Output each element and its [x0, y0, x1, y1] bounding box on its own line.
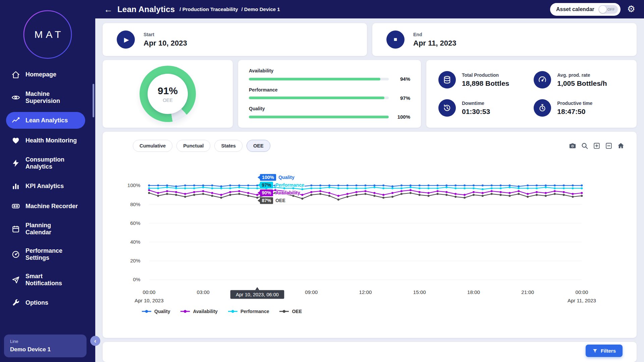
tab-cumulative[interactable]: Cumulative [133, 140, 172, 152]
sidebar-item-smart-notifications[interactable]: Smart Notifications [6, 269, 85, 291]
reset-home-icon[interactable] [617, 142, 625, 149]
series-marker [482, 184, 484, 186]
end-date: Apr 11, 2023 [413, 39, 456, 48]
series-marker [202, 193, 204, 195]
series-marker [382, 194, 384, 196]
send-icon [11, 276, 20, 284]
series-marker [527, 187, 529, 189]
hover-value: 87% [262, 198, 271, 203]
zoom-in-icon[interactable] [593, 142, 600, 149]
chart-top-bar: Cumulative Punctual States OEE [112, 140, 627, 152]
series-marker [328, 192, 330, 194]
sidebar-item-planning-calendar[interactable]: Planning Calendar [6, 218, 85, 240]
tab-states[interactable]: States [214, 140, 243, 152]
series-marker [256, 184, 258, 186]
sidebar-item-kpi-analytics[interactable]: KPI Analytics [6, 178, 85, 194]
zoom-out-icon[interactable] [605, 142, 612, 149]
hover-value: 90% [262, 190, 271, 195]
legend-item-quality[interactable]: Quality [142, 309, 170, 314]
asset-calendar-toggle[interactable]: OFF [598, 5, 618, 14]
series-marker [364, 193, 366, 195]
series-marker [175, 185, 177, 187]
series-marker [301, 194, 303, 196]
series-marker [473, 191, 475, 193]
series-marker [166, 186, 168, 188]
series-marker [229, 194, 231, 196]
sidebar-item-label: Planning Calendar [25, 222, 51, 236]
series-marker [482, 192, 484, 194]
sidebar-item-health-monitoring[interactable]: Health Monitoring [6, 132, 85, 149]
series-marker [445, 184, 447, 186]
series-marker [157, 192, 159, 194]
series-marker [554, 184, 556, 186]
series-marker [301, 188, 303, 190]
quality-bar-row: Quality 100% [249, 106, 410, 120]
series-marker [184, 193, 186, 195]
sidebar-item-machine-supervision[interactable]: Machine Supervision [6, 86, 85, 109]
asset-calendar-control[interactable]: Asset calendar OFF [550, 3, 621, 16]
availability-label: Availability [249, 68, 410, 73]
series-marker [356, 191, 358, 193]
sidebar-collapse-button[interactable]: ‹ [90, 336, 100, 346]
oee-donut-card: 91% OEE [103, 60, 233, 128]
series-marker [373, 184, 375, 186]
series-marker [536, 194, 538, 196]
series-marker [337, 198, 339, 200]
sidebar-item-label: Health Monitoring [25, 137, 77, 144]
end-stop-icon: ■ [386, 31, 405, 49]
start-card: ▶ Start Apr 10, 2023 [103, 23, 367, 56]
series-marker [581, 195, 583, 197]
series-marker [527, 184, 529, 186]
series-marker [554, 190, 556, 192]
quality-label: Quality [249, 106, 410, 111]
sidebar-item-machine-recorder[interactable]: Machine Recorder [6, 198, 85, 215]
series-marker [356, 184, 358, 186]
series-marker [491, 190, 493, 192]
stat-value: 01:30:53 [462, 108, 490, 116]
line-device-card[interactable]: Line Demo Device 1 [4, 335, 87, 357]
series-marker [202, 184, 204, 186]
series-marker [545, 195, 547, 197]
sidebar-item-consumption-analytics[interactable]: Consumption Analytics [6, 152, 85, 174]
x-tick-label: 03:00 [197, 289, 210, 295]
performance-bar-row: Performance 97% [249, 87, 410, 101]
series-marker [220, 197, 222, 199]
tab-punctual[interactable]: Punctual [176, 140, 210, 152]
legend-item-availability[interactable]: Availability [180, 309, 217, 314]
sidebar-scrollbar[interactable] [93, 84, 94, 117]
logo-ring-icon [22, 9, 73, 60]
performance-value: 97% [394, 95, 410, 101]
x-tick-label: 12:00 [359, 289, 372, 295]
series-marker [337, 195, 339, 197]
sidebar-item-homepage[interactable]: Homepage [6, 66, 85, 83]
sidebar-item-options[interactable]: Options [6, 294, 85, 311]
series-marker [454, 184, 457, 186]
series-marker [473, 184, 475, 186]
settings-gear-icon[interactable]: ⚙ [627, 5, 635, 14]
breadcrumb-production-traceability[interactable]: / Production Traceability [179, 6, 238, 12]
tab-oee[interactable]: OEE [247, 140, 270, 152]
legend-item-oee[interactable]: OEE [279, 309, 302, 314]
series-marker [464, 197, 466, 199]
back-arrow-icon[interactable]: ← [104, 5, 113, 14]
x-tick-date: Apr 11, 2023 [568, 298, 596, 303]
sidebar-item-performance-settings[interactable]: Performance Settings [6, 243, 85, 265]
oee-chart-svg[interactable]: 0%20%40%60%80%100%00:00Apr 10, 202303:00… [112, 162, 627, 306]
x-tick-label: 18:00 [467, 289, 480, 295]
series-marker [473, 194, 475, 196]
y-tick-label: 0% [133, 277, 141, 282]
series-marker [247, 184, 249, 186]
sidebar-item-lean-analytics[interactable]: Lean Analytics [6, 112, 85, 129]
start-play-icon: ▶ [117, 31, 135, 49]
series-marker [238, 193, 240, 195]
camera-icon[interactable] [569, 142, 576, 149]
zoom-icon[interactable] [581, 142, 588, 149]
series-marker [500, 194, 502, 196]
breadcrumb-demo-device[interactable]: / Demo Device 1 [241, 6, 280, 12]
end-label: End [413, 32, 456, 37]
filters-button[interactable]: Filters [586, 345, 623, 357]
sidebar-item-label: Homepage [25, 71, 56, 78]
legend-item-performance[interactable]: Performance [228, 309, 269, 314]
stat-label: Avg. prod. rate [557, 72, 607, 78]
series-marker [319, 184, 321, 186]
